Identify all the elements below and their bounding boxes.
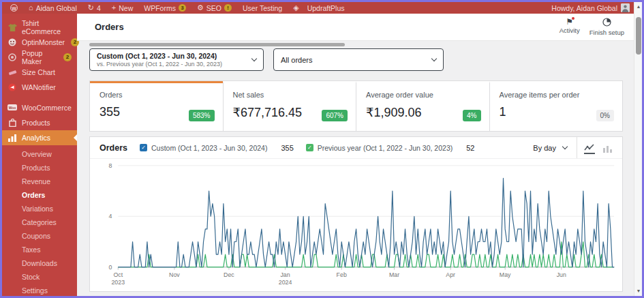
- legend-label: Custom (Oct 1, 2023 - Jun 30, 2024): [151, 144, 267, 152]
- updates-menu[interactable]: ↻ 4: [84, 2, 105, 14]
- vertical-scrollbar-thumb[interactable]: [636, 17, 641, 55]
- site-name-menu[interactable]: ⌂ Aidan Global: [25, 2, 81, 14]
- submenu-item-revenue[interactable]: Revenue: [2, 175, 77, 188]
- horizontal-scrollbar-thumb[interactable]: [89, 43, 345, 46]
- checkbox-checked-icon: ✓: [140, 144, 147, 151]
- vertical-scrollbar[interactable]: ▲ ▼: [634, 2, 642, 296]
- submenu-item-orders[interactable]: Orders: [2, 188, 77, 202]
- chart-title: Orders: [99, 143, 127, 153]
- submenu-item-taxes[interactable]: Taxes: [2, 243, 77, 256]
- scroll-down-arrow[interactable]: ▼: [634, 287, 643, 295]
- sidebar-item-label: Popup Maker: [22, 49, 57, 65]
- stat-delta-badge: 583%: [189, 110, 215, 121]
- current-menu-arrow: [70, 134, 77, 141]
- sidebar-item-analytics[interactable]: Analytics: [2, 130, 77, 145]
- bar-chart-type-button[interactable]: [603, 143, 613, 153]
- submenu-item-products[interactable]: Products: [2, 161, 77, 175]
- stat-average-order-value[interactable]: Average order value ₹1,909.06 4%: [356, 81, 489, 131]
- sidebar-item-tshirt-ecommerce[interactable]: Tshirt eCommerce: [2, 20, 77, 35]
- order-status-filter[interactable]: All orders: [273, 48, 444, 71]
- submenu-item-downloads[interactable]: Downloads: [2, 256, 77, 270]
- svg-text:4: 4: [109, 213, 112, 220]
- stat-label: Average order value: [366, 91, 480, 99]
- submenu-item-settings[interactable]: Settings: [2, 284, 77, 297]
- stat-average-items-per-order[interactable]: Average items per order 1 0%: [489, 81, 623, 131]
- optinmonster-icon: [7, 38, 17, 46]
- sidebar-item-size-chart[interactable]: Size Chart: [2, 65, 77, 80]
- popup-maker-icon: [7, 53, 17, 61]
- svg-text:Dec: Dec: [224, 271, 234, 278]
- legend-value: 355: [281, 144, 293, 152]
- svg-text:0: 0: [109, 264, 112, 271]
- svg-text:Feb: Feb: [337, 271, 347, 278]
- sidebar-item-optinmonster[interactable]: OptinMonster 2: [2, 35, 77, 50]
- stat-delta-badge: 0%: [596, 110, 614, 121]
- page-header: Orders ⚑ Activity Finish setup: [77, 14, 634, 41]
- legend-custom-period[interactable]: ✓ Custom (Oct 1, 2023 - Jun 30, 2024) 35…: [140, 144, 294, 152]
- user-testing-label: User Testing: [243, 4, 282, 12]
- analytics-submenu: Overview Products Revenue Orders Variati…: [2, 145, 77, 297]
- svg-text:Mar: Mar: [389, 271, 399, 278]
- interval-select[interactable]: By day: [533, 144, 567, 152]
- stat-label: Average items per order: [500, 91, 613, 99]
- summary-stats-row: Orders 355 583% Net sales ₹677,716.45 60…: [89, 80, 623, 132]
- legend-value: 52: [466, 144, 474, 152]
- svg-text:Oct: Oct: [113, 271, 123, 278]
- date-range-compare: vs. Previous year (Oct 1, 2022 - Jun 30,…: [97, 61, 222, 68]
- tshirt-icon: [7, 24, 17, 31]
- user-testing-menu[interactable]: User Testing: [239, 2, 286, 14]
- sidebar-item-woocommerce[interactable]: Woo WooCommerce: [2, 100, 77, 115]
- avatar-person-icon: [621, 3, 630, 12]
- chart-header: Orders ✓ Custom (Oct 1, 2023 - Jun 30, 2…: [90, 137, 622, 159]
- svg-text:Nov: Nov: [169, 271, 180, 278]
- sidebar-item-wanotifier[interactable]: WANotifier: [2, 80, 77, 95]
- stat-orders[interactable]: Orders 355 583%: [90, 81, 223, 131]
- updraftplus-menu[interactable]: ◈ UpdraftPlus: [289, 2, 348, 14]
- updraft-label: UpdraftPlus: [307, 4, 345, 12]
- chevron-down-icon: [251, 56, 257, 61]
- wp-logo-menu[interactable]: W: [6, 2, 22, 14]
- stat-delta-badge: 607%: [322, 110, 348, 121]
- activity-button[interactable]: ⚑ Activity: [559, 18, 580, 36]
- sidebar-item-popup-maker[interactable]: Popup Maker 2: [2, 50, 77, 65]
- seo-label: SEO: [206, 4, 221, 12]
- line-chart-type-button[interactable]: [584, 142, 595, 154]
- main-content: Orders ⚑ Activity Finish setup Custom (O…: [77, 14, 634, 296]
- flag-icon: ⚑: [566, 18, 573, 26]
- howdy-label[interactable]: Howdy, Aidan Global: [551, 4, 617, 12]
- finish-setup-button[interactable]: Finish setup: [589, 18, 624, 36]
- sidebar-item-label: OptinMonster: [22, 38, 65, 46]
- active-indicator: [584, 153, 595, 154]
- svg-text:2024: 2024: [279, 279, 292, 286]
- new-content-menu[interactable]: + New: [108, 2, 137, 14]
- shopping-bag-icon: [7, 119, 17, 127]
- submenu-item-stock[interactable]: Stock: [2, 270, 77, 284]
- orders-chart-card: Orders ✓ Custom (Oct 1, 2023 - Jun 30, 2…: [89, 136, 623, 292]
- sidebar-item-products[interactable]: Products: [2, 115, 77, 130]
- date-range-filter[interactable]: Custom (Oct 1, 2023 - Jun 30, 2024) vs. …: [89, 48, 264, 71]
- stat-net-sales[interactable]: Net sales ₹677,716.45 607%: [223, 81, 356, 131]
- submenu-item-variations[interactable]: Variations: [2, 202, 77, 215]
- bar-chart-icon: [7, 134, 17, 142]
- submenu-item-overview[interactable]: Overview: [2, 147, 77, 161]
- svg-text:Woo: Woo: [9, 106, 16, 110]
- svg-text:Jun: Jun: [557, 271, 566, 278]
- home-icon: ⌂: [29, 4, 33, 12]
- wpforms-menu[interactable]: WPForms 3: [140, 2, 190, 14]
- chevron-down-icon: [562, 144, 568, 149]
- orders-line-chart[interactable]: 048Oct2023NovDecJan2024FebMarAprMayJun: [93, 160, 619, 290]
- plus-icon: +: [112, 4, 116, 12]
- user-avatar[interactable]: [621, 3, 630, 12]
- scroll-up-arrow[interactable]: ▲: [634, 3, 643, 11]
- legend-previous-year[interactable]: ✓ Previous year (Oct 1, 2022 - Jun 30, 2…: [306, 144, 475, 152]
- submenu-item-coupons[interactable]: Coupons: [2, 229, 77, 243]
- interval-value: By day: [533, 144, 556, 152]
- submenu-item-categories[interactable]: Categories: [2, 215, 77, 229]
- seo-menu[interactable]: ⚙ SEO !: [193, 2, 236, 14]
- checkbox-checked-icon: ✓: [306, 144, 313, 151]
- seo-gear-icon: ⚙: [197, 4, 204, 12]
- stat-delta-badge: 4%: [463, 110, 480, 121]
- ruler-icon: [7, 69, 17, 76]
- chart-canvas: 048Oct2023NovDecJan2024FebMarAprMayJun: [93, 160, 619, 290]
- chevron-down-icon: [431, 56, 437, 61]
